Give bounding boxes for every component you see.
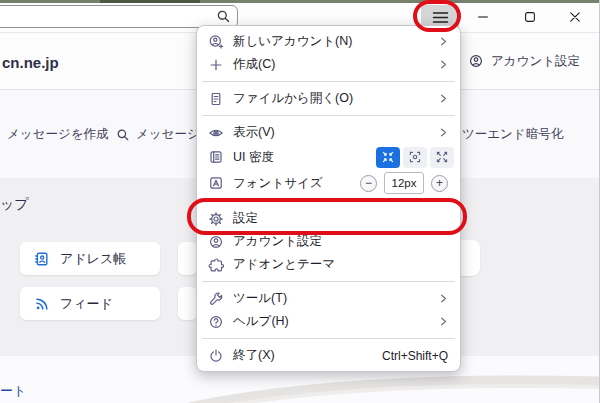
new-account-icon [208,34,224,50]
font-size-increase-button[interactable]: + [431,175,448,192]
maximize-button[interactable] [521,8,539,26]
minimize-button[interactable] [474,8,492,26]
menu-item-shortcut: Ctrl+Shift+Q [382,349,448,363]
menu-item-eye[interactable]: 表示(V) [197,121,460,144]
file-icon [208,91,224,107]
font-size-value: 12px [384,172,424,194]
partial-card [178,242,197,275]
menu-separator [202,81,455,82]
close-button[interactable] [566,8,584,26]
menu-item-plus[interactable]: 作成(C) [197,53,460,76]
menu-item-puzzle[interactable]: アドオンとテーマ [197,253,460,276]
density-icon [208,149,224,165]
menu-separator [202,281,455,282]
menu-item-gear[interactable]: 設定 [197,207,460,230]
menu-item-new-account[interactable]: 新しいアカウント(N) [197,30,460,53]
chevron-right-icon [439,128,448,137]
puzzle-icon [208,257,224,273]
e2e-encryption-button[interactable]: ツーエンド暗号化 [462,126,563,143]
feed-icon [34,296,50,312]
wrench-icon [208,291,224,307]
hamburger-icon [432,11,449,24]
partial-card [178,287,197,320]
menu-item-label: フォントサイズ [233,175,360,192]
chevron-right-icon [439,94,448,103]
menu-item-label: アカウント設定 [233,233,448,250]
font-size-decrease-button[interactable]: − [360,175,377,192]
close-icon [569,11,581,23]
density-relaxed-button[interactable] [430,147,454,168]
help-icon [208,314,224,330]
menu-separator [202,338,455,339]
account-icon [208,234,224,250]
menu-item-wrench[interactable]: ツール(T) [197,287,460,310]
menu-separator [202,115,455,116]
e2e-label: ツーエンド暗号化 [462,126,563,143]
menu-item-density[interactable]: UI 密度 [197,144,460,170]
menu-item-label: 新しいアカウント(N) [233,33,439,50]
menu-item-fontsize[interactable]: フォントサイズ−12px+ [197,170,460,196]
thunderbird-window: cn.ne.jp アカウント設定 メッセージを作成 メッセージを検索 ツーエンド… [0,0,600,403]
card-address-book[interactable]: アドレス帳 [20,242,160,275]
menu-separator [202,201,455,202]
import-link[interactable]: ート [0,382,26,400]
menu-item-label: ツール(T) [233,290,439,307]
card-label: アドレス帳 [60,250,126,268]
eye-icon [208,125,224,141]
menu-item-power[interactable]: 終了(X)Ctrl+Shift+Q [197,344,460,367]
compose-message-button[interactable]: メッセージを作成 [7,126,108,143]
account-name: cn.ne.jp [2,54,59,71]
menu-item-label: 設定 [233,210,448,227]
menu-item-account[interactable]: アカウント設定 [197,230,460,253]
density-default-button[interactable] [403,147,427,168]
search-icon [116,128,130,142]
card-feed[interactable]: フィード [20,287,160,320]
minimize-icon [477,11,489,23]
app-menu-panel: 新しいアカウント(N)作成(C)ファイルから開く(O)表示(V)UI 密度フォン… [196,25,461,372]
search-icon [216,9,231,24]
gear-icon [208,211,224,227]
menu-item-label: 終了(X) [233,347,382,364]
fontsize-icon [208,175,224,191]
menu-item-file[interactable]: ファイルから開く(O) [197,87,460,110]
screen-edge-strip [0,0,600,3]
density-compact-button[interactable] [376,147,400,168]
card-label: フィード [60,295,113,313]
chevron-right-icon [439,37,448,46]
power-icon [208,348,224,364]
chevron-right-icon [439,60,448,69]
setup-heading: ップ [0,196,29,214]
account-icon [468,53,484,69]
menu-item-label: アドオンとテーマ [233,256,448,273]
menu-item-label: ファイルから開く(O) [233,90,439,107]
menu-item-help[interactable]: ヘルプ(H) [197,310,460,333]
partial-card [459,240,480,276]
compose-label: メッセージを作成 [7,126,108,143]
maximize-icon [524,11,536,23]
menu-item-label: 作成(C) [233,56,439,73]
chevron-right-icon [439,317,448,326]
chevron-right-icon [439,294,448,303]
address-book-icon [34,251,50,267]
account-settings-button[interactable]: アカウント設定 [468,48,580,74]
plus-icon [208,57,224,73]
menu-item-label: 表示(V) [233,124,439,141]
account-settings-label: アカウント設定 [491,53,580,70]
menu-item-label: UI 密度 [233,149,376,166]
menu-item-label: ヘルプ(H) [233,313,439,330]
density-options [376,147,454,168]
